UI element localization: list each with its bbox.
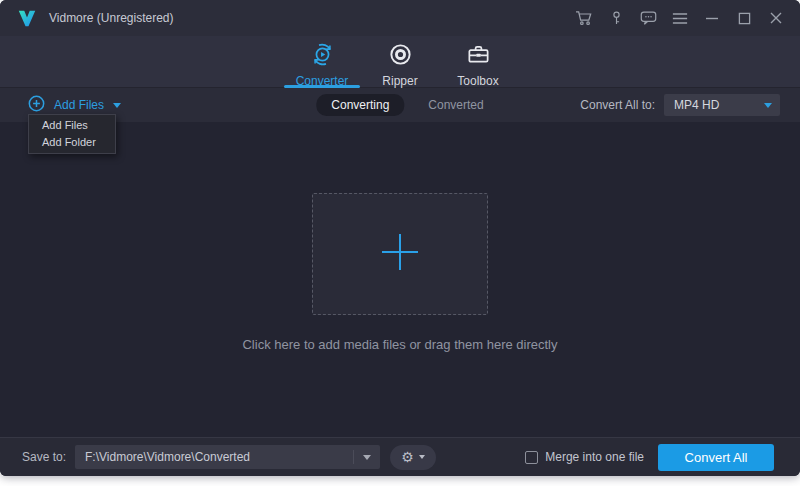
titlebar-icons xyxy=(574,8,786,28)
queue-toggle: Converting Converted xyxy=(316,88,483,122)
close-icon[interactable] xyxy=(766,8,786,28)
tab-ripper[interactable]: Ripper xyxy=(361,36,439,88)
key-icon[interactable] xyxy=(606,8,626,28)
chevron-down-icon xyxy=(113,103,121,108)
toolbox-icon xyxy=(466,42,491,71)
ripper-icon xyxy=(388,42,413,71)
output-format-select[interactable]: MP4 HD xyxy=(664,94,780,116)
footer-bar: Save to: F:\Vidmore\Vidmore\Converted ⚙ … xyxy=(0,437,800,476)
save-path-value: F:\Vidmore\Vidmore\Converted xyxy=(75,450,353,464)
menu-item-add-folder[interactable]: Add Folder xyxy=(29,134,115,151)
plus-icon xyxy=(381,233,419,275)
save-path-select[interactable]: F:\Vidmore\Vidmore\Converted xyxy=(75,445,380,469)
tab-toolbox[interactable]: Toolbox xyxy=(439,36,517,88)
convert-all-button[interactable]: Convert All xyxy=(658,444,774,471)
converting-tab[interactable]: Converting xyxy=(316,94,404,116)
minimize-icon[interactable] xyxy=(702,8,722,28)
output-settings-button[interactable]: ⚙ xyxy=(390,445,436,470)
feedback-icon[interactable] xyxy=(638,8,658,28)
merge-checkbox[interactable] xyxy=(525,451,538,464)
dropzone-hint: Click here to add media files or drag th… xyxy=(0,337,800,352)
converter-icon xyxy=(310,42,335,71)
titlebar: Vidmore (Unregistered) xyxy=(0,0,800,36)
media-dropzone[interactable] xyxy=(312,193,488,315)
chevron-down-icon xyxy=(419,455,425,459)
app-window: Vidmore (Unregistered) xyxy=(0,0,800,476)
vidmore-logo-icon xyxy=(16,6,40,30)
tab-toolbox-label: Toolbox xyxy=(457,74,498,88)
convert-all-to: Convert All to: MP4 HD xyxy=(580,94,780,116)
circle-plus-icon xyxy=(28,95,45,115)
tab-converter-label: Converter xyxy=(296,74,349,88)
chevron-down-icon xyxy=(764,103,772,108)
main-area: Click here to add media files or drag th… xyxy=(0,122,800,437)
chevron-down-icon xyxy=(354,455,380,460)
maximize-icon[interactable] xyxy=(734,8,754,28)
merge-checkbox-label[interactable]: Merge into one file xyxy=(545,450,644,464)
add-files-menu: Add Files Add Folder xyxy=(28,114,116,154)
tabbar: Converter Ripper Toolbox xyxy=(0,36,800,88)
add-files-label: Add Files xyxy=(54,98,104,112)
gear-icon: ⚙ xyxy=(401,450,414,464)
menu-icon[interactable] xyxy=(670,8,690,28)
converted-tab[interactable]: Converted xyxy=(428,98,483,112)
tab-converter[interactable]: Converter xyxy=(283,36,361,88)
save-to-label: Save to: xyxy=(22,450,66,464)
menu-item-add-files[interactable]: Add Files xyxy=(29,117,115,134)
toolbar: Add Files Converting Converted Convert A… xyxy=(0,88,800,122)
add-files-button[interactable]: Add Files xyxy=(28,95,121,115)
output-format-value: MP4 HD xyxy=(674,98,764,112)
tab-ripper-label: Ripper xyxy=(382,74,417,88)
window-title: Vidmore (Unregistered) xyxy=(49,11,174,25)
cart-icon[interactable] xyxy=(574,8,594,28)
convert-all-to-label: Convert All to: xyxy=(580,98,655,112)
